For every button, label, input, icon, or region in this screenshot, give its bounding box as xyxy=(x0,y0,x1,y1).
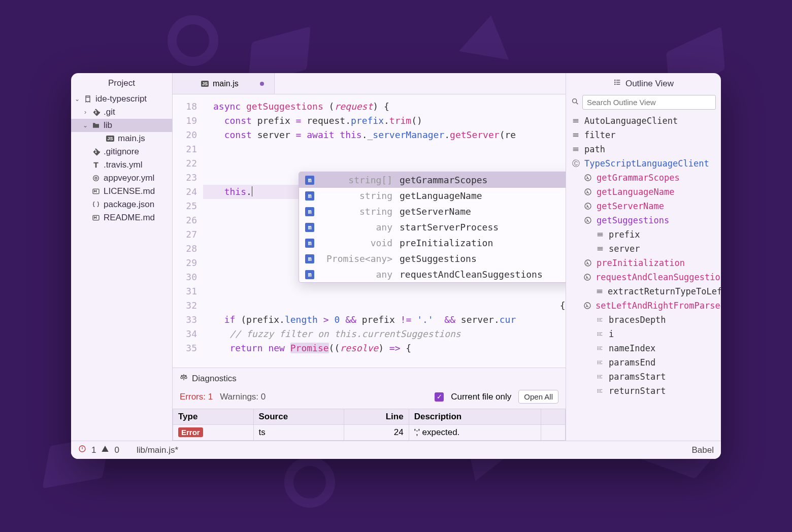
method-icon: m xyxy=(305,207,314,216)
js-icon: JS xyxy=(201,81,209,87)
class-icon: Ⓒ xyxy=(571,159,580,169)
status-warning-count[interactable]: 0 xyxy=(114,445,119,455)
tree-item--git[interactable]: ›.git xyxy=(71,106,172,119)
svg-point-7 xyxy=(573,98,577,103)
diag-col-type[interactable]: Type xyxy=(173,409,254,425)
outline-item-getServerName[interactable]: getServerName xyxy=(566,199,721,213)
var-icon xyxy=(596,373,605,381)
lambda-icon xyxy=(583,202,592,210)
var-icon xyxy=(596,358,605,367)
lambda-icon xyxy=(583,174,592,182)
ide-window: Project ⌄ide-typescript›.git⌄libJSmain.j… xyxy=(71,73,721,459)
autocomplete-item-startServerProcess[interactable]: manystartServerProcess() xyxy=(299,219,566,235)
outline-item-TypeScriptLanguageClient[interactable]: ⒸTypeScriptLanguageClient xyxy=(566,156,721,171)
autocomplete-item-getGrammarScopes[interactable]: mstring[]getGrammarScopes() xyxy=(299,172,566,188)
outline-item-getLanguageName[interactable]: getLanguageName xyxy=(566,185,721,199)
tree-item-lib[interactable]: ⌄lib xyxy=(71,119,172,132)
status-file-path[interactable]: lib/main.js* xyxy=(137,445,178,455)
current-file-only-label: Current file only xyxy=(451,392,511,402)
error-icon[interactable] xyxy=(78,445,86,455)
lambda-icon xyxy=(583,216,592,224)
outline-item-server[interactable]: server xyxy=(566,242,721,256)
outline-item-nameIndex[interactable]: nameIndex xyxy=(566,341,721,355)
outline-item-prefix[interactable]: prefix xyxy=(566,227,721,242)
search-icon xyxy=(571,97,579,108)
svg-point-4 xyxy=(615,80,615,80)
autocomplete-item-getLanguageName[interactable]: mstringgetLanguageName() xyxy=(299,188,566,204)
outline-item-bracesDepth[interactable]: bracesDepth xyxy=(566,313,721,327)
tab-main-js[interactable]: JS main.js xyxy=(173,73,275,94)
var-icon xyxy=(596,387,605,395)
const-icon xyxy=(571,145,580,153)
svg-point-1 xyxy=(95,177,97,179)
outline-panel-title: Outline View xyxy=(566,73,721,93)
tab-label: main.js xyxy=(213,79,239,88)
autocomplete-popup[interactable]: mstring[]getGrammarScopes()mstringgetLan… xyxy=(299,172,566,283)
outline-item-getSuggestions[interactable]: getSuggestions xyxy=(566,213,721,227)
tree-item-package-json[interactable]: package.json xyxy=(71,198,172,211)
main-area: Project ⌄ide-typescript›.git⌄libJSmain.j… xyxy=(71,73,721,441)
autocomplete-item-getSuggestions[interactable]: mPromise<any>getSuggestions(request: any… xyxy=(299,251,566,267)
autocomplete-item-getServerName[interactable]: mstringgetServerName() xyxy=(299,204,566,219)
diag-col-line[interactable]: Line xyxy=(344,409,409,425)
diagnostic-row[interactable]: Errorts24';' expected. xyxy=(173,425,566,441)
tree-root[interactable]: ⌄ide-typescript xyxy=(71,92,172,106)
const-icon xyxy=(571,117,580,125)
const-icon xyxy=(571,131,580,139)
outline-item-requestAndCleanSuggestions[interactable]: requestAndCleanSuggestions xyxy=(566,270,721,284)
lambda-icon xyxy=(583,259,592,267)
outline-item-filter[interactable]: filter xyxy=(566,128,721,142)
tree-item-main-js[interactable]: JSmain.js xyxy=(71,132,172,145)
lambda-icon xyxy=(583,273,591,281)
outline-item-AutoLanguageClient[interactable]: AutoLanguageClient xyxy=(566,114,721,128)
code-editor[interactable]: 181920212223242526272829303132333435 asy… xyxy=(173,94,566,368)
status-language[interactable]: Babel xyxy=(692,445,714,455)
outline-item-extractReturnTypeToLeft[interactable]: extractReturnTypeToLeft xyxy=(566,284,721,298)
file-tree: ⌄ide-typescript›.git⌄libJSmain.js.gitign… xyxy=(71,92,172,224)
diagnostics-title: Diagnostics xyxy=(192,374,237,384)
diagnostics-header[interactable]: Diagnostics xyxy=(173,368,566,387)
outline-item-paramsStart[interactable]: paramsStart xyxy=(566,370,721,384)
line-gutter: 181920212223242526272829303132333435 xyxy=(173,94,203,368)
diag-col-source[interactable]: Source xyxy=(253,409,344,425)
outline-item-paramsEnd[interactable]: paramsEnd xyxy=(566,355,721,370)
diagnostics-errors-count[interactable]: Errors: 1 xyxy=(180,392,213,402)
diag-col-description[interactable]: Description xyxy=(409,409,541,425)
outline-item-preInitialization[interactable]: preInitialization xyxy=(566,256,721,270)
tree-item-license-md[interactable]: LICENSE.md xyxy=(71,185,172,198)
const-icon xyxy=(596,245,605,253)
status-error-count[interactable]: 1 xyxy=(91,445,96,455)
autocomplete-item-requestAndCleanSuggestions[interactable]: manyrequestAndCleanSuggestions(request: … xyxy=(299,267,566,282)
outline-item-returnStart[interactable]: returnStart xyxy=(566,384,721,398)
project-panel: Project ⌄ide-typescript›.git⌄libJSmain.j… xyxy=(71,73,173,441)
tree-item--gitignore[interactable]: .gitignore xyxy=(71,145,172,158)
outline-item-setLeftAndRightFromParsedSig[interactable]: setLeftAndRightFromParsedSig xyxy=(566,298,721,313)
outline-search-input[interactable] xyxy=(582,95,716,110)
outline-list: AutoLanguageClientfilterpathⒸTypeScriptL… xyxy=(566,114,721,398)
autocomplete-item-preInitialization[interactable]: mvoidpreInitialization(connection: any) xyxy=(299,235,566,251)
method-icon: m xyxy=(305,239,314,248)
diagnostics-warnings-count[interactable]: Warnings: 0 xyxy=(220,392,266,402)
tree-item-appveyor-yml[interactable]: appveyor.yml xyxy=(71,172,172,185)
editor-pane: JS main.js 18192021222324252627282930313… xyxy=(173,73,566,441)
tree-item--travis-yml[interactable]: .travis.yml xyxy=(71,158,172,172)
const-icon xyxy=(596,230,605,239)
method-icon: m xyxy=(305,176,314,185)
scales-icon xyxy=(180,373,188,384)
outline-item-path[interactable]: path xyxy=(566,142,721,156)
outline-item-getGrammarScopes[interactable]: getGrammarScopes xyxy=(566,171,721,185)
open-all-button[interactable]: Open All xyxy=(518,390,558,404)
diagnostics-panel: Diagnostics Errors: 1 Warnings: 0 ✓ Curr… xyxy=(173,368,566,441)
outline-item-i[interactable]: i xyxy=(566,327,721,341)
diagnostics-summary: Errors: 1 Warnings: 0 ✓ Current file onl… xyxy=(173,387,566,409)
var-icon xyxy=(596,344,605,352)
current-file-only-checkbox[interactable]: ✓ xyxy=(435,392,444,402)
method-icon: m xyxy=(305,223,314,232)
outline-panel: Outline View AutoLanguageClientfilterpat… xyxy=(566,73,721,441)
warning-icon[interactable] xyxy=(101,445,109,455)
list-icon xyxy=(613,78,621,89)
outline-search-row xyxy=(566,93,721,114)
dirty-indicator-icon xyxy=(260,82,264,86)
tree-item-readme-md[interactable]: README.md xyxy=(71,211,172,224)
method-icon: m xyxy=(305,191,314,201)
